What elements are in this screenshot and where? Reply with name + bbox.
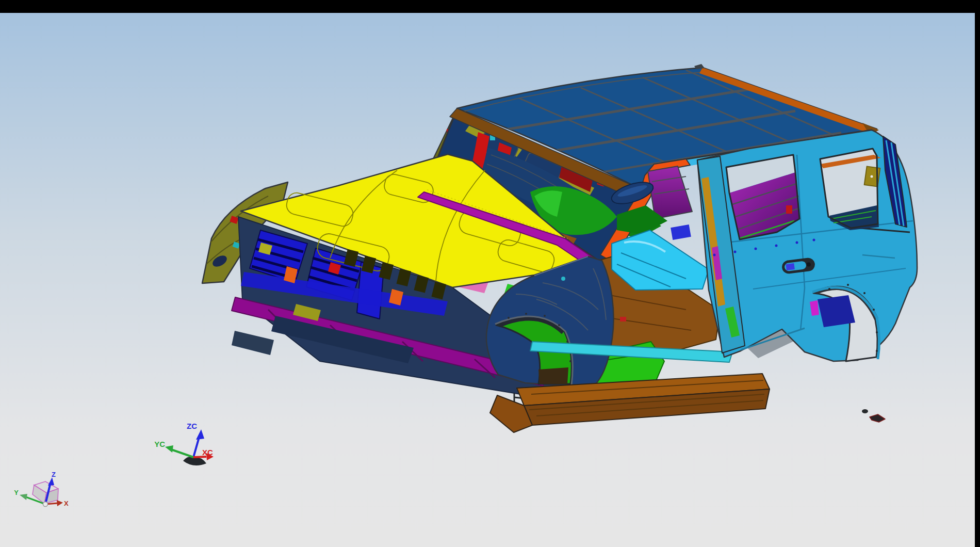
cad-viewport[interactable]: ZC YC XC Z Y X — [0, 13, 975, 547]
quarter-window[interactable] — [820, 149, 881, 230]
teal-dot — [561, 277, 565, 281]
red-chip — [620, 317, 626, 321]
wcs-y-label: YC — [154, 440, 165, 448]
arch-navy-box[interactable] — [818, 295, 855, 327]
arch-dark-floor — [538, 367, 568, 384]
application-window: ZC YC XC Z Y X — [0, 0, 980, 547]
view-y-label: Y — [14, 489, 19, 496]
view-z-label: Z — [52, 471, 56, 478]
red-chip — [786, 205, 792, 214]
graphics-canvas[interactable]: ZC YC XC Z Y X — [0, 13, 975, 547]
debris-dot — [862, 409, 868, 413]
view-origin-ball[interactable] — [43, 502, 48, 507]
wcs-x-axis[interactable] — [193, 457, 206, 457]
handle-blue-chip — [786, 263, 794, 270]
wcs-z-label: ZC — [187, 422, 197, 430]
view-x-label: X — [64, 500, 69, 507]
body-side[interactable] — [697, 130, 917, 361]
top-frame-bar — [0, 0, 980, 13]
wcs-x-label: XC — [202, 448, 213, 457]
bracket-hole — [871, 175, 873, 178]
right-frame-bar — [975, 0, 980, 547]
